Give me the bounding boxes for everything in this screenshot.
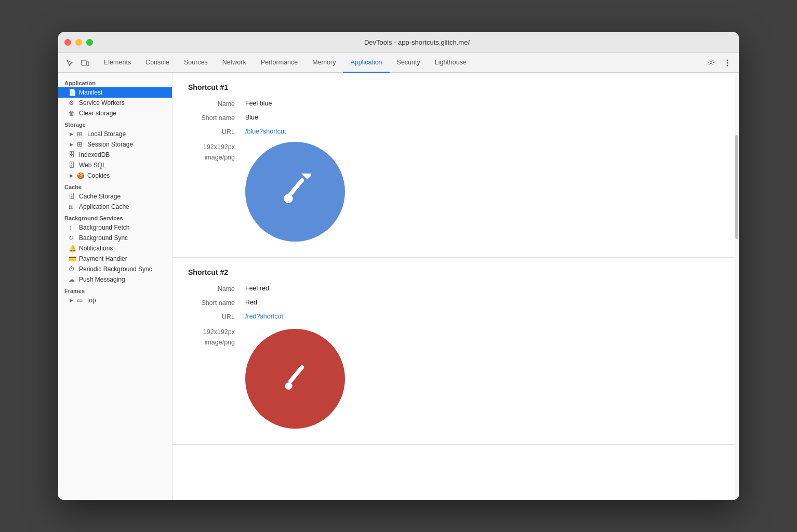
more-options-icon[interactable] [720, 56, 735, 70]
svg-point-11 [285, 382, 293, 390]
shortcut-2-image [245, 329, 345, 429]
shortcut-2-name-row: Name Feel red [188, 285, 719, 292]
sidebar-item-background-fetch[interactable]: ↕ Background Fetch [58, 222, 172, 233]
sidebar-item-service-workers[interactable]: ⚙ Service Workers [58, 98, 172, 108]
sidebar-item-notifications[interactable]: 🔔 Notifications [58, 243, 172, 254]
maximize-button[interactable] [86, 39, 93, 46]
shortcut-1-name-value: Feel blue [245, 100, 272, 107]
settings-icon[interactable] [703, 56, 718, 70]
titlebar: DevTools - app-shortcuts.glitch.me/ [58, 32, 739, 53]
sync-icon: ↻ [69, 234, 76, 242]
sidebar-item-application-cache[interactable]: ⊞ Application Cache [58, 202, 172, 212]
gear-icon: ⚙ [69, 99, 76, 107]
devtools-body: Elements Console Sources Network Perform… [58, 53, 739, 500]
trash-icon: 🗑 [69, 110, 76, 117]
svg-point-5 [727, 64, 728, 66]
shortcut-1-section: Shortcut #1 Name Feel blue Short name Bl… [172, 73, 735, 258]
sidebar-item-manifest[interactable]: 📄 Manifest [58, 87, 172, 98]
sidebar-item-top[interactable]: ▶ ▭ top [58, 295, 172, 305]
name-label: Name [188, 100, 245, 108]
svg-point-2 [710, 62, 712, 64]
name-label-2: Name [188, 285, 245, 292]
shortcut-1-image [245, 142, 345, 242]
sidebar-item-clear-storage[interactable]: 🗑 Clear storage [58, 108, 172, 118]
tab-security[interactable]: Security [390, 53, 428, 73]
tab-list: Elements Console Sources Network Perform… [97, 53, 703, 73]
sidebar: Application 📄 Manifest ⚙ Service Workers… [58, 73, 172, 500]
traffic-lights [64, 39, 93, 46]
shortcut-1-url-row: URL /blue?shortcut [188, 128, 719, 136]
websql-icon: 🗄 [69, 162, 76, 169]
section-storage: Storage [58, 118, 172, 129]
sidebar-item-cookies[interactable]: ▶ 🍪 Cookies [58, 170, 172, 181]
shortcut-2-title: Shortcut #2 [188, 268, 719, 276]
url-label: URL [188, 128, 245, 136]
tab-lighthouse[interactable]: Lighthouse [428, 53, 474, 73]
cursor-icon[interactable] [62, 56, 77, 70]
cache-storage-icon: 🗄 [69, 193, 76, 200]
periodic-sync-icon: ⏱ [69, 265, 76, 273]
sidebar-item-push-messaging[interactable]: ☁ Push Messaging [58, 274, 172, 285]
svg-point-9 [285, 195, 293, 203]
cookies-icon: 🍪 [77, 172, 84, 179]
expand-icon: ▶ [69, 298, 74, 303]
svg-rect-0 [82, 60, 86, 65]
svg-line-10 [290, 367, 302, 381]
sidebar-item-web-sql[interactable]: 🗄 Web SQL [58, 160, 172, 170]
section-background-services: Background Services [58, 212, 172, 222]
background-fetch-icon: ↕ [69, 224, 76, 231]
shortcut-1-short-name-row: Short name Blue [188, 114, 719, 122]
tab-elements[interactable]: Elements [97, 53, 138, 73]
svg-point-4 [727, 62, 728, 63]
expand-icon: ▶ [69, 142, 74, 147]
section-frames: Frames [58, 285, 172, 295]
expand-icon: ▶ [69, 173, 74, 178]
url-label-2: URL [188, 313, 245, 321]
local-storage-icon: ⊞ [77, 130, 84, 138]
shortcut-2-section: Shortcut #2 Name Feel red Short name Red… [172, 258, 735, 445]
tab-sources[interactable]: Sources [177, 53, 215, 73]
indexeddb-icon: 🗄 [69, 151, 76, 158]
devtools-window: DevTools - app-shortcuts.glitch.me/ [58, 32, 739, 500]
sidebar-item-cache-storage[interactable]: 🗄 Cache Storage [58, 191, 172, 202]
brush-icon [277, 174, 313, 210]
shortcut-2-url-link[interactable]: /red?shortcut [245, 313, 283, 320]
shortcut-2-url-row: URL /red?shortcut [188, 313, 719, 321]
expand-icon: ▶ [69, 131, 74, 137]
shortcut-2-short-name-row: Short name Red [188, 299, 719, 307]
scrollbar-thumb[interactable] [735, 135, 738, 239]
svg-point-3 [727, 59, 728, 61]
svg-rect-1 [87, 62, 89, 65]
svg-rect-7 [296, 174, 312, 179]
svg-line-8 [290, 180, 302, 194]
short-name-label: Short name [188, 114, 245, 122]
sidebar-item-local-storage[interactable]: ▶ ⊞ Local Storage [58, 129, 172, 139]
sidebar-item-session-storage[interactable]: ▶ ⊞ Session Storage [58, 139, 172, 150]
shortcut-2-image-meta: 192x192px image/png [188, 327, 245, 348]
tab-application[interactable]: Application [343, 53, 389, 73]
payment-icon: 💳 [69, 255, 76, 262]
short-name-label-2: Short name [188, 299, 245, 307]
toolbar-left [62, 56, 92, 70]
tab-performance[interactable]: Performance [254, 53, 305, 73]
tab-memory[interactable]: Memory [305, 53, 343, 73]
close-button[interactable] [64, 39, 71, 46]
frame-icon: ▭ [77, 297, 84, 304]
sidebar-item-payment-handler[interactable]: 💳 Payment Handler [58, 254, 172, 264]
scrollbar-track[interactable] [735, 73, 739, 500]
tab-network[interactable]: Network [215, 53, 254, 73]
sidebar-item-periodic-bg-sync[interactable]: ⏱ Periodic Background Sync [58, 264, 172, 274]
sidebar-item-background-sync[interactable]: ↻ Background Sync [58, 233, 172, 243]
shortcut-1-image-type: image/png [188, 152, 235, 163]
session-storage-icon: ⊞ [77, 141, 84, 148]
main-content: Application 📄 Manifest ⚙ Service Workers… [58, 73, 739, 500]
shortcut-2-image-type: image/png [188, 337, 235, 348]
shortcut-1-url-link[interactable]: /blue?shortcut [245, 128, 286, 135]
manifest-icon: 📄 [69, 89, 76, 96]
minimize-button[interactable] [75, 39, 82, 46]
notification-icon: 🔔 [69, 245, 76, 252]
shortcut-2-image-section: 192x192px image/png [188, 327, 719, 429]
device-toggle-icon[interactable] [78, 56, 92, 70]
sidebar-item-indexeddb[interactable]: 🗄 IndexedDB [58, 150, 172, 160]
tab-console[interactable]: Console [138, 53, 177, 73]
